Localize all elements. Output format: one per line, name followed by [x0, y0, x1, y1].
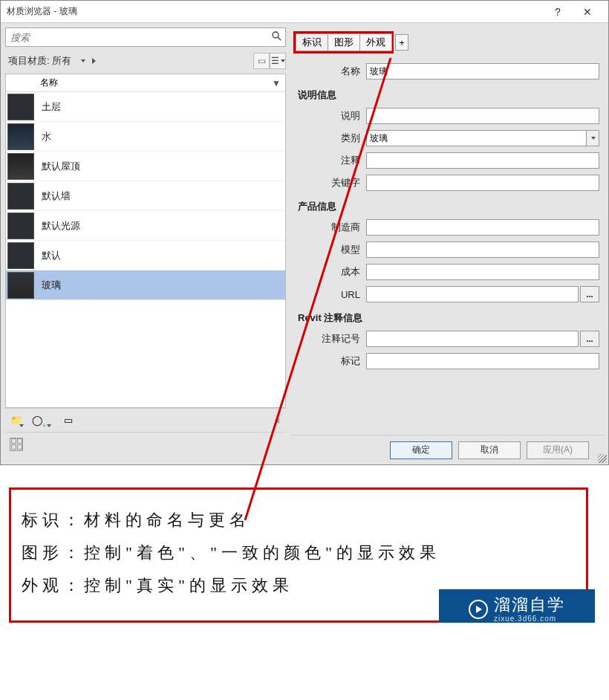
- material-thumb: [7, 183, 34, 210]
- material-thumb: [7, 123, 34, 150]
- add-material-icon[interactable]: ◯+: [29, 412, 45, 429]
- material-thumb: [7, 242, 34, 269]
- search-icon[interactable]: [271, 30, 281, 43]
- help-button[interactable]: ?: [543, 1, 573, 23]
- left-panel: 项目材质: 所有 ▭ ☰ 名称 ▼ 土层 水 默认屋顶 默认墙 默认光源 默认: [1, 23, 290, 464]
- mark-input[interactable]: [366, 331, 579, 347]
- view-list-button[interactable]: ☰: [270, 53, 286, 69]
- label-tag: 标记: [295, 354, 366, 368]
- watermark-badge: 溜溜自学 zixue.3d66.com: [439, 589, 595, 623]
- category-input[interactable]: [366, 130, 587, 146]
- url-browse-button[interactable]: ...: [580, 286, 599, 302]
- dialog-footer: 确定 取消 应用(A): [290, 435, 604, 464]
- svg-point-0: [273, 32, 279, 38]
- tag-input[interactable]: [366, 353, 599, 369]
- ok-button[interactable]: 确定: [390, 441, 452, 459]
- list-header: 名称 ▼: [6, 74, 285, 92]
- list-item[interactable]: 默认屋顶: [6, 152, 285, 181]
- category-dropdown[interactable]: [586, 130, 599, 146]
- library-icon[interactable]: ▭: [60, 412, 76, 429]
- list-item-selected[interactable]: 玻璃: [6, 270, 285, 300]
- label-category: 类别: [295, 132, 366, 145]
- filter-label[interactable]: 项目材质: 所有: [5, 54, 74, 68]
- cost-input[interactable]: [366, 264, 599, 280]
- section-revit: Revit 注释信息: [295, 305, 599, 328]
- tab-add[interactable]: +: [395, 34, 408, 51]
- material-thumb: [7, 213, 34, 239]
- tab-graphics[interactable]: 图形: [328, 33, 360, 51]
- material-browser-window: 材质浏览器 - 玻璃 ? ✕ 项目材质: 所有 ▭ ☰: [0, 0, 609, 465]
- svg-line-1: [278, 37, 281, 40]
- badge-title: 溜溜自学: [494, 596, 565, 614]
- list-item[interactable]: 默认墙: [6, 181, 285, 211]
- label-comment: 注释: [295, 154, 366, 167]
- material-thumb: [7, 94, 34, 120]
- description-input[interactable]: [366, 108, 599, 124]
- resize-grip[interactable]: [598, 454, 607, 463]
- list-item[interactable]: 默认光源: [6, 211, 285, 241]
- label-mark: 注释记号: [295, 332, 366, 346]
- label-model: 模型: [295, 243, 366, 256]
- grid-icon[interactable]: [10, 438, 23, 451]
- window-title: 材质浏览器 - 玻璃: [7, 5, 543, 18]
- list-item[interactable]: 默认: [6, 241, 285, 270]
- label-keywords: 关键字: [295, 176, 366, 189]
- name-input[interactable]: [366, 63, 599, 80]
- search-input[interactable]: [5, 27, 286, 47]
- tabs-highlight: 标识 图形 外观: [293, 31, 394, 54]
- label-manufacturer: 制造商: [295, 221, 366, 234]
- cancel-button[interactable]: 取消: [458, 441, 521, 459]
- collapse-button[interactable]: «: [275, 415, 283, 426]
- annotation-line: 标识：材料的命名与更名: [22, 509, 576, 531]
- label-description: 说明: [295, 109, 366, 123]
- column-name[interactable]: 名称: [36, 77, 272, 89]
- grid-preview-toolbar: [5, 432, 286, 456]
- apply-button[interactable]: 应用(A): [527, 441, 589, 459]
- list-item[interactable]: 水: [6, 122, 285, 152]
- manufacturer-input[interactable]: [366, 219, 599, 236]
- comment-input[interactable]: [366, 152, 599, 169]
- titlebar: 材质浏览器 - 玻璃 ? ✕: [1, 1, 608, 23]
- label-cost: 成本: [295, 265, 366, 279]
- name-label: 名称: [295, 65, 366, 78]
- annotation-line: 图形：控制"着色"、"一致的颜色"的显示效果: [22, 542, 576, 564]
- annotation-box: 标识：材料的命名与更名 图形：控制"着色"、"一致的颜色"的显示效果 外观：控制…: [9, 487, 588, 623]
- material-thumb: [7, 272, 34, 299]
- list-item[interactable]: 土层: [6, 92, 285, 122]
- label-url: URL: [295, 289, 366, 300]
- mark-browse-button[interactable]: ...: [580, 331, 599, 347]
- url-input[interactable]: [366, 286, 579, 302]
- material-thumb: [7, 153, 34, 180]
- close-button[interactable]: ✕: [573, 1, 602, 23]
- play-icon: [469, 600, 488, 619]
- tab-identity[interactable]: 标识: [296, 33, 328, 51]
- right-panel: 标识 图形 外观 + 名称 说明信息 说明 类别: [290, 23, 608, 464]
- view-grid-button[interactable]: ▭: [253, 53, 270, 69]
- sort-icon[interactable]: ▼: [272, 78, 285, 88]
- section-product: 产品信息: [295, 194, 599, 216]
- keywords-input[interactable]: [366, 175, 599, 191]
- filter-dropdown[interactable]: [74, 53, 91, 69]
- model-input[interactable]: [366, 242, 599, 258]
- folder-icon[interactable]: 📁: [8, 412, 25, 429]
- material-list: 名称 ▼ 土层 水 默认屋顶 默认墙 默认光源 默认 玻璃: [5, 74, 286, 408]
- chevron-right-icon: [92, 58, 96, 64]
- left-toolbar: 📁 ◯+ ▭ «: [5, 408, 286, 432]
- tab-appearance[interactable]: 外观: [359, 33, 392, 51]
- section-description: 说明信息: [295, 82, 599, 105]
- badge-subtitle: zixue.3d66.com: [494, 615, 556, 623]
